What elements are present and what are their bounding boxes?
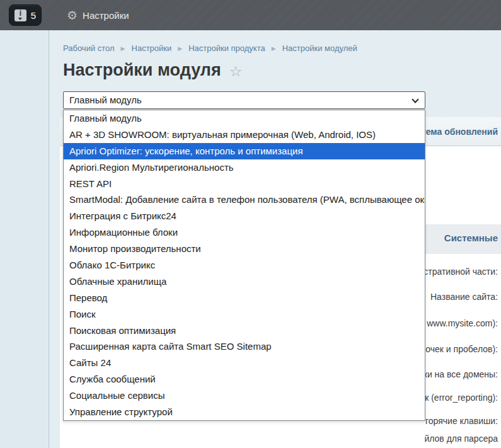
left-sidebar: [0, 30, 49, 448]
dropdown-option[interactable]: Монитор производительности: [64, 241, 425, 257]
dropdown-option[interactable]: REST API: [64, 176, 425, 192]
top-toolbar: i 5 ⚙ Настройки: [0, 0, 501, 30]
form-label-dots-spaces: очек и пробелов):: [425, 344, 498, 354]
topbar-settings-label: Настройки: [83, 10, 129, 21]
form-label-site-name: Название сайта:: [430, 292, 498, 302]
topbar-settings-menu[interactable]: ⚙ Настройки: [67, 9, 129, 21]
dropdown-option[interactable]: Главный модуль: [64, 110, 425, 127]
breadcrumb-item-product-settings[interactable]: Настройки продукта: [188, 43, 265, 53]
dropdown-option[interactable]: Управление структурой: [64, 404, 425, 420]
notification-count: 5: [31, 10, 36, 21]
dropdown-option[interactable]: Информационные блоки: [64, 224, 425, 241]
module-select[interactable]: Главный модуль: [63, 91, 425, 109]
breadcrumb-separator-icon: ▶: [272, 45, 276, 52]
module-dropdown-list: Главный модуль AR + 3D SHOWROOM: виртуал…: [63, 110, 425, 421]
breadcrumb-item-desktop[interactable]: Рабочий стол: [63, 43, 115, 53]
dropdown-option[interactable]: AR + 3D SHOWROOM: виртуальная примерочна…: [64, 127, 425, 143]
dropdown-option[interactable]: Перевод: [64, 290, 425, 306]
dropdown-option[interactable]: Социальные сервисы: [64, 388, 425, 404]
tab-update-system[interactable]: стема обновлений: [417, 127, 498, 137]
breadcrumb-separator-icon: ▶: [121, 45, 125, 52]
info-notification-icon: i: [14, 9, 26, 21]
dropdown-option[interactable]: Поисковая оптимизация: [64, 323, 425, 339]
form-label-hotkeys: горячие клавиши:: [425, 416, 498, 426]
form-label-admin-part: стративной части:: [423, 267, 498, 277]
form-label-all-domains: ки на все домены:: [423, 369, 498, 379]
form-label-parser-files: йлов для парсера: [424, 434, 498, 444]
module-select-value: Главный модуль: [69, 95, 142, 105]
dropdown-option[interactable]: Интеграция с Битрикс24: [64, 208, 425, 224]
dropdown-option[interactable]: Облачные хранилища: [64, 273, 425, 290]
chevron-down-icon: [412, 96, 418, 103]
dropdown-option[interactable]: Сайты 24: [64, 355, 425, 371]
breadcrumb-item-module-settings[interactable]: Настройки модулей: [282, 43, 357, 53]
dropdown-option[interactable]: Apriori.Region Мультирегиональность: [64, 159, 425, 176]
form-label-server-url: www.mysite.com):: [427, 318, 498, 328]
form-label-error-reporting: к (error_reporting):: [425, 393, 498, 403]
dropdown-option[interactable]: Служба сообщений: [64, 371, 425, 388]
notifications-button[interactable]: i 5: [9, 4, 42, 26]
gear-icon: ⚙: [67, 9, 78, 21]
breadcrumb-separator-icon: ▶: [178, 45, 182, 52]
dropdown-option[interactable]: Apriori Optimizer: ускорение, контроль и…: [64, 143, 425, 159]
page-title: Настройки модуля: [63, 60, 221, 80]
dropdown-option[interactable]: Поиск: [64, 306, 425, 323]
section-header-system-label: Системные: [444, 224, 501, 243]
favorite-star-icon[interactable]: ☆: [229, 64, 243, 79]
dropdown-option[interactable]: Расширенная карта сайта Smart SEO Sitema…: [64, 338, 425, 355]
dropdown-option[interactable]: Облако 1С-Битрикс: [64, 257, 425, 273]
breadcrumb: Рабочий стол ▶ Настройки ▶ Настройки про…: [63, 43, 357, 53]
dropdown-option[interactable]: SmartModal: Добавление сайта в телефон п…: [64, 192, 425, 208]
breadcrumb-item-settings[interactable]: Настройки: [132, 43, 172, 53]
